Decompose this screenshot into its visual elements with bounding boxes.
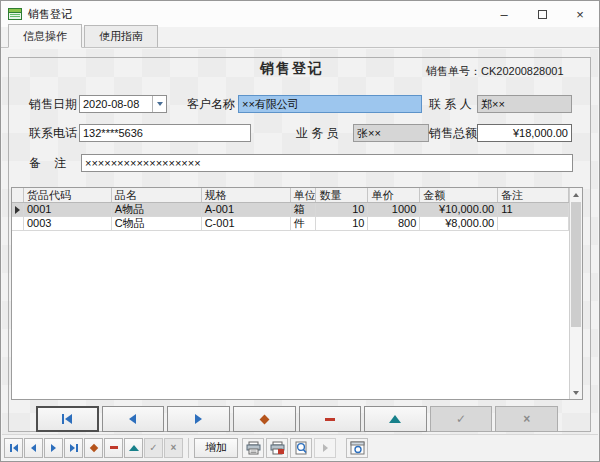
nav-insert-button[interactable] — [233, 406, 296, 432]
scrollbar-thumb[interactable] — [571, 202, 581, 327]
chevron-down-icon[interactable] — [153, 102, 166, 106]
cell-product-code[interactable]: 0003 — [24, 217, 112, 231]
tab-user-guide[interactable]: 使用指南 — [84, 25, 158, 47]
page-title: 销售登记 — [232, 60, 352, 78]
col-header-qty[interactable]: 数量 — [316, 188, 368, 202]
post-check-icon: ✓ — [456, 413, 466, 425]
cell-price[interactable]: 1000 — [368, 203, 420, 217]
cell-spec[interactable]: C-001 — [202, 217, 291, 231]
table-row[interactable]: 0001 A物品 A-001 箱 10 1000 ¥10,000.00 11 — [12, 203, 569, 217]
toolbar-first-button[interactable] — [4, 438, 23, 458]
order-number-label: 销售单号： — [426, 65, 481, 77]
sale-date-picker[interactable]: 2020-08-08 — [79, 95, 167, 113]
bottom-toolbar: ✓ × 增加 — [2, 434, 598, 460]
nav-cancel-button[interactable]: × — [495, 406, 558, 432]
toolbar-delete-button[interactable] — [104, 438, 123, 458]
prior-record-icon — [31, 444, 36, 452]
print-button[interactable] — [242, 438, 264, 458]
total-label: 销售总额 — [429, 124, 477, 142]
close-button[interactable]: × — [561, 1, 599, 27]
col-header-remark[interactable]: 备注 — [498, 188, 569, 202]
app-icon — [7, 6, 23, 22]
table-row[interactable]: 0003 C物品 C-001 件 10 800 ¥8,000.00 — [12, 217, 569, 231]
add-button[interactable]: 增加 — [194, 438, 238, 458]
maximize-button[interactable] — [523, 1, 561, 27]
col-header-spec[interactable]: 规格 — [202, 188, 291, 202]
tab-info-operation[interactable]: 信息操作 — [8, 24, 82, 48]
toolbar-next-button[interactable] — [44, 438, 63, 458]
toolbar-post-button[interactable]: ✓ — [144, 438, 163, 458]
cell-product-name[interactable]: C物品 — [112, 217, 202, 231]
scroll-up-icon[interactable] — [570, 188, 582, 201]
minimize-button[interactable]: – — [485, 1, 523, 27]
phone-input[interactable]: 132****5636 — [79, 124, 251, 142]
print-preview-button[interactable] — [290, 438, 312, 458]
window-title: 销售登记 — [28, 7, 72, 22]
last-record-icon — [70, 444, 78, 452]
view-form-icon — [350, 441, 365, 455]
print-setup-button[interactable] — [266, 438, 288, 458]
sale-date-label: 销售日期 — [29, 95, 77, 113]
first-record-icon — [62, 414, 72, 424]
cell-remark[interactable] — [498, 217, 569, 231]
grid-scrollbar[interactable] — [569, 188, 582, 399]
post-check-icon: ✓ — [149, 443, 157, 453]
nav-post-button[interactable]: ✓ — [430, 406, 493, 432]
salesman-input[interactable]: 张×× — [353, 124, 429, 142]
cell-price[interactable]: 800 — [368, 217, 420, 231]
next-page-icon — [323, 444, 328, 452]
cell-product-name[interactable]: A物品 — [112, 203, 202, 217]
toolbar-last-button[interactable] — [64, 438, 83, 458]
nav-edit-button[interactable] — [364, 406, 427, 432]
first-record-icon — [10, 444, 18, 452]
contact-label: 联 系 人 — [429, 95, 472, 113]
cell-spec[interactable]: A-001 — [202, 203, 291, 217]
toolbar-insert-button[interactable] — [84, 438, 103, 458]
cell-unit[interactable]: 件 — [291, 217, 317, 231]
toolbar-prior-button[interactable] — [24, 438, 43, 458]
edit-record-icon — [389, 415, 401, 423]
col-header-unit[interactable]: 单位 — [291, 188, 317, 202]
printer-setup-icon — [270, 441, 285, 455]
contact-input[interactable]: 郑×× — [477, 95, 572, 113]
tab-bar: 信息操作 使用指南 — [1, 27, 599, 48]
cell-product-code[interactable]: 0001 — [24, 203, 112, 217]
cell-amount[interactable]: ¥10,000.00 — [420, 203, 498, 217]
col-header-amount[interactable]: 金额 — [420, 188, 498, 202]
nav-first-button[interactable] — [36, 406, 99, 432]
col-header-price[interactable]: 单价 — [368, 188, 420, 202]
cancel-x-icon: × — [523, 413, 530, 425]
insert-record-icon — [259, 414, 269, 424]
row-pointer-icon — [15, 206, 20, 214]
col-header-product-code[interactable]: 货品代码 — [24, 188, 112, 202]
toolbar-edit-button[interactable] — [124, 438, 143, 458]
cell-qty[interactable]: 10 — [316, 217, 368, 231]
total-amount-field: ¥18,000.00 — [477, 124, 572, 142]
salesman-label: 业 务 员 — [296, 124, 339, 142]
preview-next-button[interactable] — [314, 438, 336, 458]
sale-date-value: 2020-08-08 — [80, 96, 152, 112]
view-form-button[interactable] — [346, 438, 368, 458]
cell-unit[interactable]: 箱 — [291, 203, 317, 217]
cell-amount[interactable]: ¥8,000.00 — [420, 217, 498, 231]
customer-input[interactable]: ××有限公司 — [238, 95, 422, 113]
nav-delete-button[interactable] — [299, 406, 362, 432]
phone-label: 联系电话 — [29, 124, 77, 142]
cell-remark[interactable]: 11 — [498, 203, 569, 217]
toolbar-cancel-button[interactable]: × — [164, 438, 183, 458]
items-grid: 货品代码 品名 规格 单位 数量 单价 金额 备注 0001 A物品 A-001… — [11, 187, 583, 400]
delete-record-icon — [325, 418, 335, 421]
print-preview-icon — [294, 441, 309, 455]
cell-qty[interactable]: 10 — [316, 203, 368, 217]
cancel-x-icon: × — [171, 443, 177, 453]
record-navigator: ✓ × — [36, 406, 558, 432]
delete-record-icon — [110, 446, 118, 449]
col-header-product-name[interactable]: 品名 — [112, 188, 202, 202]
nav-prior-button[interactable] — [102, 406, 165, 432]
nav-next-button[interactable] — [167, 406, 230, 432]
remark-input[interactable]: ×××××××××××××××××× — [81, 154, 573, 172]
order-number: 销售单号：CK20200828001 — [426, 64, 564, 79]
title-bar: 销售登记 – × — [1, 1, 599, 27]
row-indicator — [12, 217, 24, 231]
scroll-down-icon[interactable] — [570, 386, 582, 399]
